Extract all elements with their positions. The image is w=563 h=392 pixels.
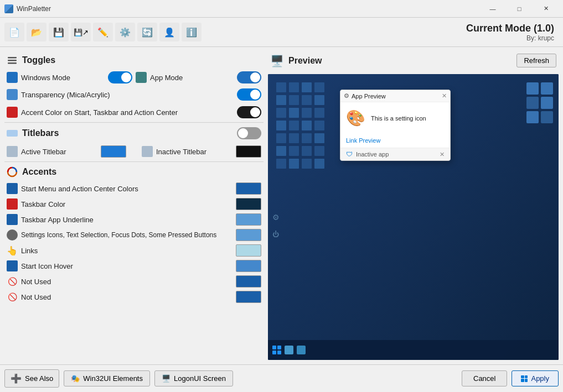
popup-close-button[interactable]: ✕ [442,92,447,100]
accents-section-header: Accents [4,163,264,181]
user-button[interactable]: 👤 [159,23,179,41]
popup-setting-icon: 🎨 [346,109,365,127]
popup-link[interactable]: Link Preview [346,137,380,144]
active-titlebar-color[interactable] [101,145,126,158]
accent-5-color[interactable] [236,260,261,272]
refresh-button[interactable]: Refresh [516,54,556,67]
accent-item-6: 🚫 Not Used [4,274,264,289]
accent-item-5: Start Icon Hover [4,258,264,274]
desktop-preview: ⚙ ⏻ ⚙ App Preview ✕ [268,74,559,360]
active-titlebar-icon [7,146,18,157]
accent-5-label: Start Icon Hover [21,262,233,270]
minimize-button[interactable]: — [480,0,505,18]
maximize-button[interactable]: □ [507,0,532,18]
titlebars-section-header: Titlebars [4,124,264,143]
see-also-button[interactable]: ➕ See Also [4,369,59,388]
accent-6-color[interactable] [236,275,261,288]
accent-color-row: Accent Color on Start, Taskbar and Actio… [4,103,264,121]
accent-2-label: Taskbar App Underline [21,216,233,224]
preview-title: Preview [288,56,512,66]
transparency-toggle[interactable] [237,88,261,101]
mode-title: Current Mode (1.0) [466,23,554,34]
window-controls: — □ ✕ [480,0,559,18]
preview-taskbar [268,340,559,360]
transparency-icon [7,89,18,100]
app-title: WinPaletter [17,5,480,13]
apply-windows-icon [521,375,528,382]
titlebar-colors-row: Active Titlebar Inactive Titlebar [4,143,264,160]
accent-7-label: Not Used [21,293,233,301]
accent-7-color[interactable] [236,291,261,303]
inactive-close-button[interactable]: ✕ [440,151,445,158]
settings-button[interactable]: ⚙️ [115,23,135,41]
svg-rect-1 [8,60,17,61]
close-button[interactable]: ✕ [533,0,559,18]
svg-rect-0 [8,57,17,59]
logonui-button[interactable]: 🖥️ LogonUI Screen [154,370,233,386]
save-button[interactable]: 💾 [49,23,69,41]
saveas-button[interactable]: 💾↗ [71,23,91,41]
accent-3-label: Settings Icons, Text Selection, Focus Do… [21,231,233,239]
titlebars-icon [7,130,18,137]
accent-color-icon [7,107,18,118]
windows-app-mode-row: Windows Mode App Mode [4,69,264,86]
new-button[interactable]: 📄 [4,23,24,41]
transparency-label: Transparency (Mica/Acrylic) [21,91,234,99]
win32-label: Win32UI Elements [83,374,143,383]
app-preview-popup: ⚙ App Preview ✕ 🎨 This is a setting icon… [340,90,451,161]
accent-0-color[interactable] [236,182,261,195]
inactive-app-row: 🛡 Inactive app ✕ [340,148,450,160]
accent-item-0: Start Menu and Action Center Colors [4,181,264,196]
popup-titlebar: ⚙ App Preview ✕ [340,90,450,102]
apply-button[interactable]: Apply [512,370,559,386]
apply-label: Apply [531,374,549,383]
start-menu-icon [272,346,281,354]
accent-3-color[interactable] [236,229,261,241]
accent-4-color[interactable] [236,244,261,257]
titlebars-title: Titlebars [22,128,233,138]
see-also-label: See Also [25,374,53,383]
windows-mode-toggle[interactable] [108,71,132,83]
inactive-titlebar-label: Inactive Titlebar [156,148,233,156]
cancel-button[interactable]: Cancel [462,370,507,386]
transparency-row: Transparency (Mica/Acrylic) [4,86,264,103]
accent-item-2: Taskbar App Underline [4,212,264,227]
left-panel: Toggles Windows Mode App Mode Transparen… [4,51,264,360]
accent-2-color[interactable] [236,213,261,226]
toggles-section-header: Toggles [4,51,264,69]
app-mode-toggle[interactable] [237,71,261,83]
taskbar-icon-2 [297,346,306,354]
accent-5-icon [7,260,18,271]
inactive-titlebar-color[interactable] [236,145,261,158]
main-content: Toggles Windows Mode App Mode Transparen… [0,47,563,364]
accents-title: Accents [22,167,261,177]
accent-1-label: Taskbar Color [21,200,233,208]
win32ui-button[interactable]: 🎭 Win32UI Elements [64,370,150,386]
accent-1-color[interactable] [236,198,261,210]
svg-rect-2 [8,62,17,64]
right-panel: 🖥️ Preview Refresh [268,51,559,360]
popup-link-section: Link Preview [340,134,450,148]
open-button[interactable]: 📂 [27,23,47,41]
accents-icon [7,166,18,177]
info-button[interactable]: ℹ️ [182,23,202,41]
edit-button[interactable]: ✏️ [93,23,113,41]
accent-0-icon [7,183,18,194]
refresh-toolbar-button[interactable]: 🔄 [137,23,157,41]
toolbar: 📄 📂 💾 💾↗ ✏️ ⚙️ 🔄 👤 ℹ️ [4,20,202,44]
mode-by: By: krupc [466,34,554,42]
inactive-shield-icon: 🛡 [346,150,353,158]
logon-label: LogonUI Screen [174,374,226,383]
titlebars-toggle[interactable] [237,127,261,139]
toggles-title: Toggles [22,55,261,65]
taskbar-icon-1 [285,346,293,354]
accent-color-toggle[interactable] [237,106,261,118]
accent-item-4: 👆 Links [4,243,264,258]
accent-item-3: Settings Icons, Text Selection, Focus Do… [4,227,264,243]
accent-7-icon: 🚫 [7,291,18,302]
accent-0-label: Start Menu and Action Center Colors [21,185,233,193]
popup-content: 🎨 This is a setting icon [340,102,450,134]
app-mode-label: App Mode [150,74,234,82]
windows-mode-icon [7,72,18,83]
accent-item-1: Taskbar Color [4,196,264,212]
